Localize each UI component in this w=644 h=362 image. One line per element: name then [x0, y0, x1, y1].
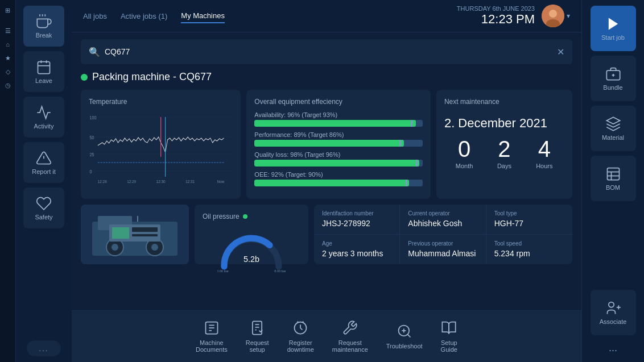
svg-marker-58: [608, 18, 617, 30]
oee-metric-3: OEE: 92% (Target: 90%): [254, 171, 423, 186]
svg-point-38: [112, 244, 118, 251]
leave-label: Leave: [35, 77, 52, 84]
month-label: Month: [444, 163, 484, 169]
associate-button[interactable]: Associate: [591, 290, 636, 335]
app-nav: ⊞ ☰ ⌂ ★ ◇ ◷: [0, 0, 16, 362]
search-icon: 🔍: [89, 47, 100, 57]
tool-register-downtime[interactable]: Registerdowntime: [278, 317, 323, 356]
content-area: 🔍 ✕ Packing machine - CQ677 Temperature: [72, 32, 581, 310]
svg-point-10: [549, 10, 557, 18]
maintenance-card: Next maintenance 2. December 2021 0 Mont…: [436, 90, 572, 199]
operator-label: Current operator: [408, 210, 477, 217]
svg-line-55: [407, 334, 410, 337]
tool-speed-value: 5.234 rpm: [494, 249, 564, 258]
svg-text:12:31: 12:31: [185, 178, 195, 184]
cards-row-1: Temperature 100 50 25 0: [81, 90, 572, 199]
header: All jobs Active jobs (1) My Machines THU…: [72, 0, 581, 32]
setup-guide-label: SetupGuide: [441, 339, 457, 353]
temperature-chart: 100 50 25 0 12:28 12:29: [89, 111, 233, 191]
oee-metric-1: Performance: 89% (Target 86%): [254, 131, 423, 147]
status-indicator: [81, 74, 88, 81]
svg-rect-36: [132, 234, 158, 236]
maintenance-counters: 0 Month 2 Days 4 Hours: [444, 138, 564, 169]
tool-setup-guide[interactable]: SetupGuide: [432, 317, 467, 356]
sidebar-item-break[interactable]: Break: [23, 6, 64, 47]
detail-age: Age 2 years 3 months: [314, 235, 400, 265]
material-button[interactable]: Material: [591, 106, 636, 151]
material-label: Material: [602, 134, 624, 141]
datetime: THURSDAY 6th JUNE 2023 12:23 PM: [457, 5, 535, 27]
temperature-card: Temperature 100 50 25 0: [81, 90, 241, 199]
svg-text:50: 50: [90, 135, 94, 140]
svg-text:5.2b: 5.2b: [243, 255, 259, 264]
month-counter: 0 Month: [444, 138, 484, 169]
maintenance-date: 2. December 2021: [444, 116, 564, 131]
bom-button[interactable]: BOM: [591, 156, 636, 201]
associate-label: Associate: [600, 318, 627, 325]
svg-text:8.00 bar: 8.00 bar: [274, 269, 286, 273]
oee-card: Overall equipment effeciency Availabilit…: [246, 90, 431, 199]
grid-icon[interactable]: ⊞: [2, 5, 14, 16]
star-icon[interactable]: ★: [2, 52, 14, 64]
hamburger-icon[interactable]: ☰: [2, 25, 14, 36]
detail-tool-speed: Tool speed 5.234 rpm: [486, 235, 572, 265]
svg-text:0.00 bar: 0.00 bar: [217, 269, 229, 273]
oee-metric-0: Availability: 96% (Target 93%): [254, 111, 423, 127]
sidebar-item-leave[interactable]: Leave: [23, 51, 64, 92]
tool-type-label: Tool type: [494, 210, 564, 217]
tool-machine-docs[interactable]: MachineDocuments: [187, 317, 237, 356]
svg-text:Now: Now: [217, 178, 225, 184]
svg-point-39: [151, 244, 158, 251]
tab-my-machines[interactable]: My Machines: [181, 9, 225, 23]
bom-label: BOM: [606, 184, 620, 191]
cards-row-2: Oil pressure 5.2b 0.00 bar 8.00 bar: [81, 205, 572, 264]
temperature-title: Temperature: [89, 98, 233, 106]
operator-value: Abhishek Gosh: [408, 219, 477, 228]
machine-details-card: Identifaction number JHSJ-278992 Current…: [314, 205, 572, 264]
sidebar-item-activity[interactable]: Activity: [23, 97, 64, 138]
detail-prev-operator: Previous operator Muhammad Almasi: [400, 235, 486, 265]
bundle-button[interactable]: Bundle: [591, 56, 636, 101]
clock-icon[interactable]: ◷: [2, 80, 14, 91]
id-label: Identifaction number: [322, 210, 391, 217]
request-maintenance-label: Requestmaintenance: [332, 339, 368, 353]
hours-counter: 4 Hours: [525, 138, 564, 169]
time-display: 12:23 PM: [457, 12, 535, 27]
sidebar-more[interactable]: ...: [27, 340, 61, 356]
days-counter: 2 Days: [484, 138, 524, 169]
tool-troubleshoot[interactable]: Troubleshoot: [377, 320, 432, 353]
svg-rect-47: [253, 321, 262, 334]
register-downtime-label: Registerdowntime: [287, 339, 314, 353]
machine-image-card: [81, 205, 189, 264]
svg-text:0: 0: [90, 169, 92, 174]
sidebar-item-report[interactable]: Report it: [23, 142, 64, 183]
machine-title-row: Packing machine - CQ677: [81, 71, 572, 83]
sidebar: Break Leave Activity Report it Safety ..…: [16, 0, 72, 362]
tab-active-jobs[interactable]: Active jobs (1): [121, 10, 167, 23]
oil-title-row: Oil pressure: [203, 213, 300, 220]
detail-operator: Current operator Abhishek Gosh: [400, 205, 486, 235]
detail-id: Identifaction number JHSJ-278992: [314, 205, 400, 235]
maintenance-title: Next maintenance: [444, 98, 564, 106]
machine-docs-label: MachineDocuments: [196, 339, 228, 353]
date-display: THURSDAY 6th JUNE 2023: [457, 5, 535, 12]
request-setup-label: Requestsetup: [246, 339, 269, 353]
tab-all-jobs[interactable]: All jobs: [83, 10, 107, 23]
close-icon[interactable]: ✕: [557, 47, 564, 57]
home-icon[interactable]: ⌂: [2, 39, 14, 50]
svg-text:12:29: 12:29: [127, 178, 136, 184]
bookmark-icon[interactable]: ◇: [2, 66, 14, 77]
sidebar-item-safety[interactable]: Safety: [23, 188, 64, 228]
tool-request-maintenance[interactable]: Requestmaintenance: [323, 317, 377, 356]
prev-operator-label: Previous operator: [408, 240, 477, 247]
search-bar: 🔍 ✕: [81, 39, 572, 64]
age-label: Age: [322, 240, 391, 247]
svg-text:12:30: 12:30: [156, 178, 166, 184]
tool-request-setup[interactable]: Requestsetup: [237, 317, 278, 356]
oil-title: Oil pressure: [203, 213, 240, 220]
search-input[interactable]: [105, 47, 557, 56]
right-more[interactable]: ···: [609, 344, 617, 356]
start-job-button[interactable]: Start job: [591, 6, 636, 51]
avatar-wrap[interactable]: ▾: [542, 5, 570, 27]
oee-label-3: OEE: 92% (Target: 90%): [254, 171, 423, 178]
